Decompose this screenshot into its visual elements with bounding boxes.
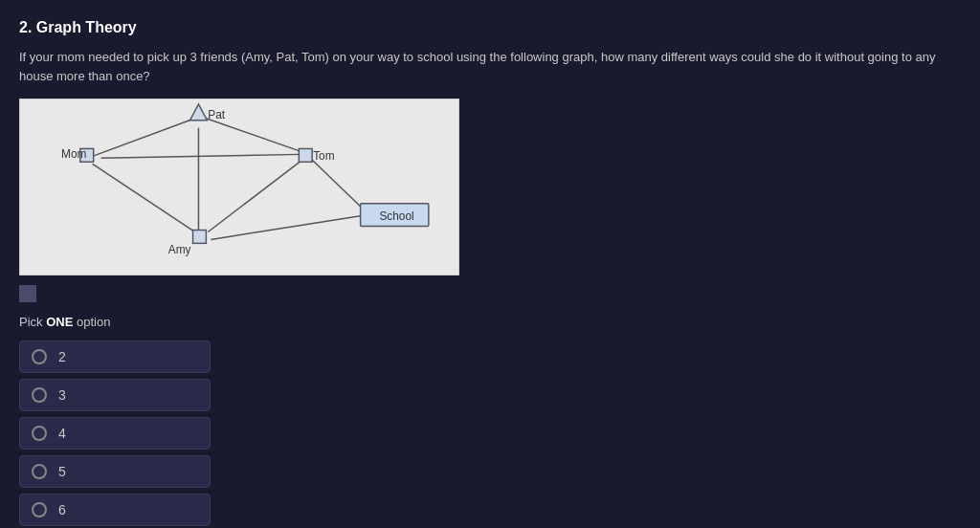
svg-rect-12 <box>299 148 312 162</box>
option-row-4[interactable]: 4 <box>19 417 211 450</box>
options-list: 2 3 4 5 6 <box>19 341 961 526</box>
svg-text:Amy: Amy <box>168 243 191 256</box>
svg-text:School: School <box>379 209 413 223</box>
svg-rect-14 <box>193 231 207 244</box>
option-row-6[interactable]: 6 <box>19 494 211 526</box>
radio-5[interactable] <box>32 464 47 479</box>
radio-2[interactable] <box>32 349 47 364</box>
svg-line-1 <box>93 164 195 231</box>
option-row-2[interactable]: 2 <box>19 341 211 373</box>
option-label-6: 6 <box>58 502 66 517</box>
option-label-5: 5 <box>58 464 66 479</box>
option-label-2: 2 <box>58 349 66 364</box>
option-label-4: 4 <box>58 426 66 441</box>
radio-4[interactable] <box>32 426 47 441</box>
svg-line-4 <box>208 161 301 231</box>
svg-text:Mom: Mom <box>61 147 86 161</box>
option-label-3: 3 <box>58 387 66 403</box>
graph-container: Mom Pat Tom Amy School <box>19 99 459 275</box>
svg-marker-10 <box>190 104 208 121</box>
svg-line-7 <box>101 154 301 158</box>
pick-label: Pick ONE option <box>19 315 961 329</box>
radio-3[interactable] <box>32 387 47 403</box>
question-title: 2. Graph Theory <box>19 19 961 36</box>
svg-line-2 <box>206 119 301 152</box>
option-row-5[interactable]: 5 <box>19 455 211 488</box>
icon-placeholder <box>19 285 36 302</box>
svg-text:Pat: Pat <box>208 108 226 121</box>
svg-line-6 <box>211 216 360 240</box>
radio-6[interactable] <box>32 502 47 517</box>
svg-text:Tom: Tom <box>313 149 335 163</box>
svg-line-0 <box>93 119 195 157</box>
svg-line-5 <box>310 158 362 208</box>
option-row-3[interactable]: 3 <box>19 379 211 411</box>
question-text: If your mom needed to pick up 3 friends … <box>19 48 961 85</box>
